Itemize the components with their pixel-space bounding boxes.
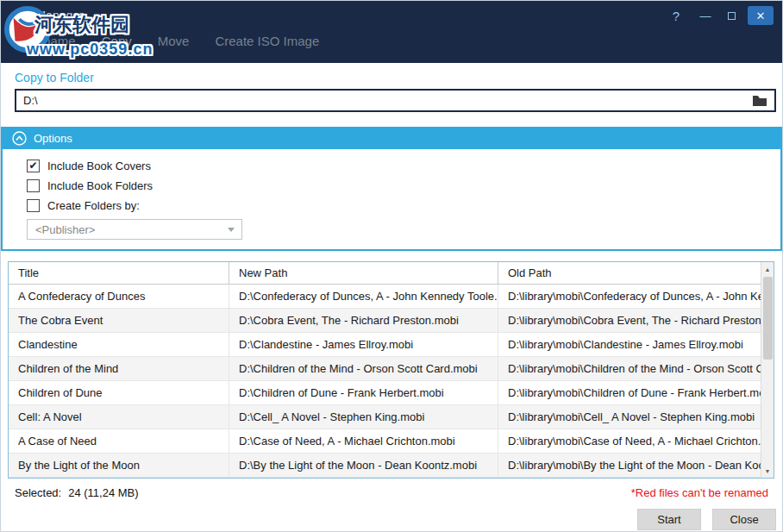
maximize-button[interactable]	[718, 6, 744, 25]
window-title: File Manager	[13, 9, 84, 22]
cell-new-path: D:\Clandestine - James Ellroy.mobi	[229, 333, 498, 356]
selected-value: 24 (11,24 MB)	[68, 486, 138, 499]
cell-old-path: D:\library\mobi\Cell_ A Novel - Stephen …	[498, 405, 761, 429]
action-buttons: Start Close	[1, 509, 782, 530]
table-scrollbar[interactable]: ▲ ▼	[761, 262, 774, 478]
collapse-chevron-icon[interactable]	[12, 131, 27, 146]
cell-title: By the Light of the Moon	[9, 454, 229, 477]
table-row[interactable]: Clandestine D:\Clandestine - James Ellro…	[9, 333, 761, 357]
close-action-button[interactable]: Close	[712, 509, 776, 530]
cell-old-path: D:\library\mobi\Children of Dune - Frank…	[498, 381, 761, 404]
tab-rename[interactable]: Rename	[27, 34, 76, 48]
cell-title: Clandestine	[9, 333, 229, 356]
cell-new-path: D:\By the Light of the Moon - Dean Koont…	[229, 454, 498, 477]
scroll-down-icon[interactable]: ▼	[761, 464, 774, 478]
table-row[interactable]: A Case of Need D:\Case of Need, A - Mich…	[9, 429, 761, 454]
table-row[interactable]: By the Light of the Moon D:\By the Light…	[9, 454, 761, 478]
destination-path-box	[15, 89, 776, 112]
copy-to-folder-label: Copy to Folder	[15, 71, 782, 84]
cell-title: Cell: A Novel	[9, 405, 229, 429]
create-folders-by-dropdown[interactable]: <Publisher>	[27, 219, 242, 240]
cell-title: A Case of Need	[9, 429, 229, 453]
options-title: Options	[34, 132, 72, 145]
cell-new-path: D:\Cell_ A Novel - Stephen King.mobi	[229, 405, 498, 429]
tab-copy[interactable]: Copy	[102, 34, 132, 48]
selected-status: Selected: 24 (11,24 MB)	[15, 486, 139, 499]
dropdown-selected-value: <Publisher>	[35, 223, 95, 236]
titlebar: File Manager ? — ✕	[1, 1, 782, 30]
start-button[interactable]: Start	[637, 509, 701, 530]
tab-move[interactable]: Move	[158, 34, 190, 48]
table-body: A Confederacy of Dunces D:\Confederacy o…	[9, 285, 761, 478]
cell-old-path: D:\library\mobi\Clandestine - James Ellr…	[498, 333, 761, 356]
column-header-old-path[interactable]: Old Path	[498, 262, 761, 284]
table-row[interactable]: The Cobra Event D:\Cobra Event, The - Ri…	[9, 309, 761, 333]
cell-new-path: D:\Cobra Event, The - Richard Preston.mo…	[229, 309, 498, 332]
scrollbar-thumb[interactable]	[763, 277, 773, 360]
cell-new-path: D:\Case of Need, A - Michael Crichton.mo…	[229, 429, 498, 453]
tab-bar: Rename Copy Move Create ISO Image	[1, 34, 782, 48]
check-icon: ✔	[28, 160, 37, 171]
table-row[interactable]: A Confederacy of Dunces D:\Confederacy o…	[9, 285, 761, 309]
options-panel: ✔ Include Book Covers ✔ Include Book Fol…	[1, 149, 782, 251]
checkbox-include-book-folders[interactable]: ✔	[27, 179, 40, 192]
cell-new-path: D:\Children of Dune - Frank Herbert.mobi	[229, 381, 498, 404]
table-row[interactable]: Children of the Mind D:\Children of the …	[9, 357, 761, 381]
maximize-icon	[728, 12, 736, 20]
checkbox-label: Include Book Folders	[47, 179, 153, 192]
options-header[interactable]: Options	[1, 127, 782, 149]
window-header: File Manager ? — ✕ Rename Copy Move Crea…	[1, 1, 782, 63]
status-bar: Selected: 24 (11,24 MB) *Red files can't…	[1, 486, 782, 499]
scroll-up-icon[interactable]: ▲	[761, 262, 774, 276]
checkbox-row-include-book-folders[interactable]: ✔ Include Book Folders	[27, 179, 780, 192]
minimize-button[interactable]: —	[692, 6, 718, 25]
checkbox-row-create-folders-by[interactable]: ✔ Create Folders by:	[27, 199, 780, 212]
column-header-new-path[interactable]: New Path	[229, 262, 498, 284]
file-manager-window: File Manager ? — ✕ Rename Copy Move Crea…	[0, 0, 783, 532]
table-header: Title New Path Old Path	[9, 262, 761, 285]
table-row[interactable]: Children of Dune D:\Children of Dune - F…	[9, 381, 761, 405]
checkbox-label: Create Folders by:	[47, 199, 140, 212]
checkbox-row-include-book-covers[interactable]: ✔ Include Book Covers	[27, 160, 780, 172]
chevron-down-icon	[228, 228, 235, 232]
cell-old-path: D:\library\mobi\Children of the Mind - O…	[498, 357, 761, 380]
checkbox-include-book-covers[interactable]: ✔	[27, 160, 40, 172]
close-button[interactable]: ✕	[748, 6, 774, 25]
cell-title: Children of Dune	[9, 381, 229, 404]
cell-title: Children of the Mind	[9, 357, 229, 380]
table-row[interactable]: Cell: A Novel D:\Cell_ A Novel - Stephen…	[9, 405, 761, 429]
cell-new-path: D:\Confederacy of Dunces, A - John Kenne…	[229, 285, 498, 308]
cell-title: A Confederacy of Dunces	[9, 285, 229, 308]
checkbox-create-folders-by[interactable]: ✔	[27, 199, 40, 212]
help-icon[interactable]: ?	[663, 6, 689, 25]
cell-new-path: D:\Children of the Mind - Orson Scott Ca…	[229, 357, 498, 380]
cell-old-path: D:\library\mobi\Case of Need, A - Michae…	[498, 429, 761, 453]
window-controls: ? — ✕	[663, 6, 774, 25]
cell-old-path: D:\library\mobi\Cobra Event, The - Richa…	[498, 309, 761, 332]
browse-folder-button[interactable]	[750, 92, 769, 110]
cell-old-path: D:\library\mobi\Confederacy of Dunces, A…	[498, 285, 761, 308]
checkbox-label: Include Book Covers	[47, 160, 151, 172]
cell-old-path: D:\library\mobi\By the Light of the Moon…	[498, 454, 761, 477]
cell-title: The Cobra Event	[9, 309, 229, 332]
tab-create-iso-image[interactable]: Create ISO Image	[215, 34, 319, 48]
selected-label: Selected:	[15, 486, 61, 499]
files-table-main: Title New Path Old Path A Confederacy of…	[9, 262, 761, 478]
files-table: Title New Path Old Path A Confederacy of…	[8, 261, 774, 479]
red-files-note: *Red files can't be renamed	[631, 486, 768, 499]
folder-icon	[752, 95, 767, 107]
column-header-title[interactable]: Title	[9, 262, 229, 284]
destination-path-input[interactable]	[23, 94, 750, 107]
